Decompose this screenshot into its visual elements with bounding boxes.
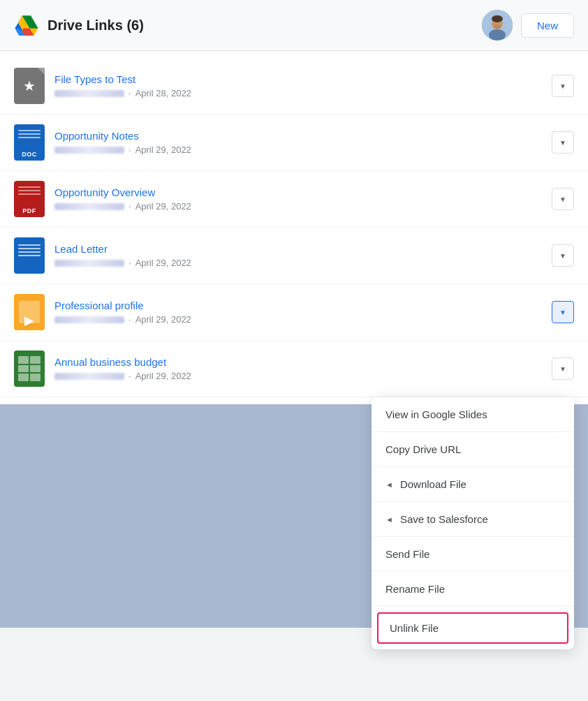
file-name: Opportunity Overview: [54, 186, 552, 198]
list-item: PDF Opportunity Overview · April 29, 202…: [0, 171, 588, 228]
file-url-blur: [54, 203, 124, 210]
file-info: Opportunity Notes · April 29, 2022: [54, 130, 552, 155]
file-info: Annual business budget · April 29, 2022: [54, 356, 552, 381]
dropdown-button[interactable]: ▼: [552, 131, 574, 154]
list-item: Lead Letter · April 29, 2022 ▼: [0, 228, 588, 284]
file-date: April 29, 2022: [135, 145, 191, 155]
dropdown-button[interactable]: ▼: [552, 244, 574, 267]
file-name: File Types to Test: [54, 73, 552, 85]
bottom-panel: View in Google Slides Copy Drive URL Dow…: [0, 404, 588, 628]
file-meta: · April 29, 2022: [54, 258, 552, 268]
file-info: File Types to Test · April 28, 2022: [54, 73, 552, 98]
file-list: File Types to Test · April 28, 2022 ▼ DO…: [0, 51, 588, 404]
file-icon-gdoc: [14, 237, 45, 274]
chevron-down-icon: ▼: [559, 309, 566, 316]
file-url-blur: [54, 90, 124, 97]
file-date: April 29, 2022: [135, 314, 191, 325]
file-name: Professional profile: [54, 300, 552, 311]
chevron-down-icon: ▼: [559, 252, 566, 260]
file-meta: · April 28, 2022: [54, 88, 552, 98]
list-item: DOC Opportunity Notes · April 29, 2022 ▼: [0, 115, 588, 171]
file-date: April 29, 2022: [135, 258, 191, 268]
app-title: Drive Links (6): [47, 17, 473, 34]
svg-point-3: [492, 15, 503, 22]
file-info: Professional profile · April 29, 2022: [54, 300, 552, 325]
menu-item-send[interactable]: Send File: [372, 537, 574, 572]
file-info: Opportunity Overview · April 29, 2022: [54, 186, 552, 212]
menu-item-copy-url[interactable]: Copy Drive URL: [372, 432, 574, 467]
file-icon-pdf: PDF: [14, 181, 45, 217]
chevron-down-icon: ▼: [559, 82, 566, 90]
dropdown-button[interactable]: ▼: [552, 188, 574, 210]
svg-point-1: [489, 29, 506, 40]
file-meta: · April 29, 2022: [54, 145, 552, 155]
menu-item-rename[interactable]: Rename File: [372, 572, 574, 607]
chevron-down-icon: ▼: [559, 195, 566, 203]
menu-item-view-slides[interactable]: View in Google Slides: [372, 397, 574, 432]
svg-point-4: [494, 24, 501, 29]
list-item: Annual business budget · April 29, 2022 …: [0, 341, 588, 397]
file-date: April 29, 2022: [135, 371, 191, 381]
file-date: April 29, 2022: [135, 201, 191, 212]
dropdown-button[interactable]: ▼: [552, 357, 574, 380]
app-header: Drive Links (6) New: [0, 0, 588, 51]
dropdown-button-active[interactable]: ▼: [552, 301, 574, 323]
file-icon-slides: ▶: [14, 294, 45, 330]
file-url-blur: [54, 316, 124, 323]
file-meta: · April 29, 2022: [54, 371, 552, 381]
file-date: April 28, 2022: [135, 88, 191, 98]
new-button[interactable]: New: [521, 13, 574, 38]
file-url-blur: [54, 260, 124, 267]
google-drive-logo: [14, 13, 39, 38]
file-icon-star: [14, 68, 45, 104]
menu-item-unlink[interactable]: Unlink File: [377, 612, 568, 644]
file-info: Lead Letter · April 29, 2022: [54, 243, 552, 268]
file-url-blur: [54, 147, 124, 154]
file-name: Opportunity Notes: [54, 130, 552, 142]
file-icon-doc: DOC: [14, 124, 45, 161]
file-url-blur: [54, 373, 124, 380]
file-meta: · April 29, 2022: [54, 314, 552, 325]
file-name: Annual business budget: [54, 356, 552, 368]
file-icon-sheets: [14, 350, 45, 387]
menu-item-save-salesforce[interactable]: Save to Salesforce: [372, 502, 574, 537]
list-item: ▶ Professional profile · April 29, 2022 …: [0, 284, 588, 341]
list-item: File Types to Test · April 28, 2022 ▼: [0, 58, 588, 115]
menu-item-download[interactable]: Download File: [372, 467, 574, 502]
file-meta: · April 29, 2022: [54, 201, 552, 212]
context-menu: View in Google Slides Copy Drive URL Dow…: [372, 397, 574, 649]
avatar[interactable]: [482, 10, 513, 40]
dropdown-button[interactable]: ▼: [552, 75, 574, 97]
chevron-down-icon: ▼: [559, 139, 566, 147]
chevron-down-icon: ▼: [559, 365, 566, 373]
file-name: Lead Letter: [54, 243, 552, 255]
